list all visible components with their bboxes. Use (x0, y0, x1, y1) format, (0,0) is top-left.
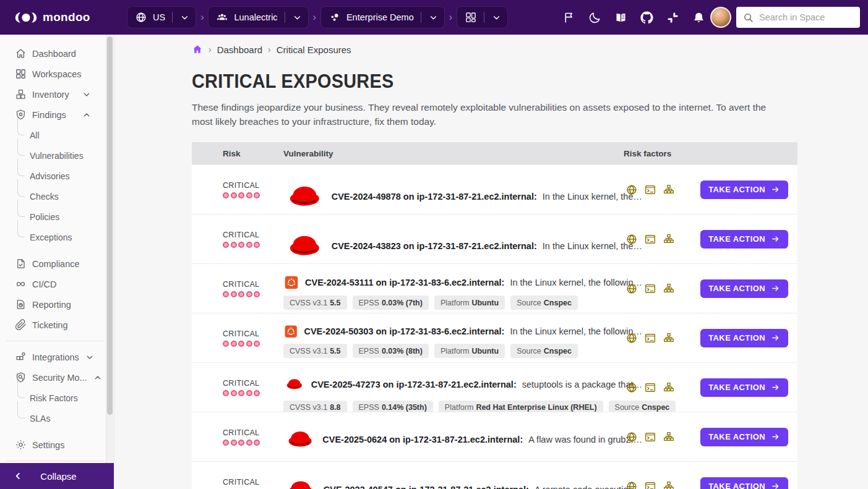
sidebar-item-reporting[interactable]: Reporting (0, 294, 114, 315)
network-icon (663, 233, 675, 245)
vulnerability-cve-host: CVE-2025-0624 on ip-172-31-87-21.ec2.int… (322, 435, 523, 444)
chevron-up-icon (93, 373, 103, 383)
risk-score-dots (223, 192, 260, 198)
risk-cell: CRITICAL (223, 379, 260, 396)
sidebar-item-label: Inventory (32, 90, 69, 100)
search-input[interactable] (759, 12, 854, 22)
sidebar: DashboardWorkspacesInventoryFindingsAllV… (0, 35, 114, 489)
platform-icon-wrap (283, 324, 298, 339)
docs-button[interactable] (611, 7, 630, 28)
page-description: These findings jeopardize your business.… (192, 101, 786, 129)
sidebar-item-settings[interactable]: Settings (0, 435, 114, 455)
chip-divider (421, 12, 421, 23)
sidebar-item-dashboard[interactable]: Dashboard (0, 43, 114, 64)
flag-button[interactable] (559, 7, 578, 28)
internet-exposed-icon (625, 184, 638, 196)
sidebar-item-label: All (30, 130, 40, 140)
table-row[interactable]: CRITICAL CVE-2024-49878 on ip-172-31-87-… (192, 164, 797, 214)
context-chip-enterprise-demo[interactable]: Enterprise Demo (320, 6, 445, 28)
avatar[interactable] (710, 7, 731, 28)
take-action-button[interactable]: TAKE ACTION (700, 230, 788, 249)
sidebar-item-label: Policies (30, 212, 59, 222)
take-action-button[interactable]: TAKE ACTION (700, 477, 788, 489)
risk-cell: CRITICAL (223, 428, 260, 446)
table-row[interactable]: CRITICAL CVE-2023-40547 on ip-172-31-87-… (192, 461, 797, 489)
dark-mode-button[interactable] (585, 7, 604, 28)
context-chip-label: Enterprise Demo (346, 12, 414, 22)
context-chip-label: US (153, 12, 165, 22)
context-chip-us[interactable]: US (127, 6, 196, 28)
sidebar-item-label: Integrations (32, 352, 79, 362)
table-header: Risk Vulnerability Risk factors (192, 142, 797, 164)
risk-factors-cell (625, 431, 675, 443)
flag-icon (562, 11, 575, 24)
sidebar-item-compliance[interactable]: Compliance (0, 253, 114, 274)
redhat-icon (283, 176, 326, 218)
risk-score-dots (223, 390, 260, 396)
arrow-right-icon (771, 234, 780, 244)
table-row[interactable]: CRITICAL CVE-2025-47273 on ip-172-31-87-… (192, 362, 797, 412)
remote-execution-icon (644, 332, 656, 344)
table-row[interactable]: CRITICAL CVE-2024-43823 on ip-172-31-87-… (192, 214, 797, 263)
risk-severity-label: CRITICAL (223, 181, 260, 190)
sidebar-item-label: SLAs (30, 414, 50, 423)
table-body: CRITICAL CVE-2024-49878 on ip-172-31-87-… (192, 164, 797, 489)
sidebar-item-inventory[interactable]: Inventory (0, 84, 114, 104)
sidebar-scrollbar-thumb[interactable] (107, 36, 113, 415)
arrow-right-icon (771, 185, 780, 194)
table-row[interactable]: CRITICAL CVE-2024-53111 on ip-172-31-83-… (192, 263, 797, 313)
vulnerability-cve-host: CVE-2024-43823 on ip-172-31-87-21.ec2.in… (332, 241, 537, 251)
action-cell: TAKE ACTION (700, 477, 788, 489)
take-action-button[interactable]: TAKE ACTION (700, 279, 788, 298)
take-action-button[interactable]: TAKE ACTION (700, 329, 788, 347)
chip-separator: › (313, 12, 316, 23)
risk-severity-label: CRITICAL (223, 478, 260, 487)
github-button[interactable] (637, 7, 656, 28)
redhat-icon (283, 225, 326, 268)
column-header-risk-factors: Risk factors (624, 149, 671, 158)
take-action-label: TAKE ACTION (708, 383, 765, 392)
sidebar-item-slas[interactable]: SLAs (0, 408, 114, 428)
context-chip-workspace[interactable] (457, 6, 508, 28)
table-row[interactable]: CRITICAL CVE-2025-0624 on ip-172-31-87-2… (192, 412, 797, 461)
arrow-right-icon (771, 333, 780, 342)
remote-execution-icon (644, 184, 656, 196)
action-cell: TAKE ACTION (700, 230, 788, 249)
risk-score-dots (223, 341, 260, 347)
sidebar-item-workspaces[interactable]: Workspaces (0, 64, 114, 84)
breadcrumb-dashboard[interactable]: Dashboard (217, 45, 262, 55)
context-chip-lunalectric[interactable]: Lunalectric (208, 6, 308, 28)
sidebar-item-ticketing[interactable]: Ticketing (0, 315, 114, 335)
internet-exposed-icon (625, 480, 638, 489)
risk-severity-label: CRITICAL (223, 231, 260, 239)
sidebar-item-ci-cd[interactable]: CI/CD (0, 274, 114, 294)
space-icon (329, 11, 341, 23)
platform-icon-wrap (283, 472, 318, 489)
breadcrumb-separator: › (268, 45, 271, 54)
take-action-button[interactable]: TAKE ACTION (700, 181, 788, 199)
risk-factors-cell (625, 233, 675, 245)
globe-icon (135, 11, 147, 23)
vulnerability-chips: CVSS v3.15.5EPSS0.03% (8th)PlatformUbunt… (283, 344, 642, 358)
context-chip-label: Lunalectric (234, 12, 277, 22)
take-action-label: TAKE ACTION (708, 185, 765, 194)
action-cell: TAKE ACTION (700, 329, 788, 347)
action-cell: TAKE ACTION (700, 279, 788, 298)
sidebar-divider (6, 341, 104, 341)
home-icon[interactable] (192, 44, 203, 55)
vulnerability-title: CVE-2024-53111 on ip-172-31-83-6.ec2.int… (283, 274, 642, 291)
take-action-button[interactable]: TAKE ACTION (700, 378, 788, 397)
sidebar-item-exceptions[interactable]: Exceptions (0, 227, 114, 247)
vulnerability-title: CVE-2025-47273 on ip-172-31-87-21.ec2.in… (283, 373, 642, 396)
slack-button[interactable] (663, 7, 682, 28)
collapse-sidebar-button[interactable]: Collapse (0, 463, 114, 489)
table-row[interactable]: CRITICAL CVE-2024-50303 on ip-172-31-83-… (192, 313, 797, 362)
notifications-button[interactable] (689, 7, 708, 28)
risk-cell: CRITICAL (223, 330, 260, 347)
mondoo-logo[interactable]: mondoo (15, 10, 113, 25)
take-action-button[interactable]: TAKE ACTION (700, 428, 788, 446)
take-action-label: TAKE ACTION (708, 432, 765, 441)
sidebar-item-integrations[interactable]: Integrations (0, 347, 114, 367)
risk-factors-cell (625, 480, 675, 489)
sidebar-item-label: Security Mo... (32, 373, 87, 383)
